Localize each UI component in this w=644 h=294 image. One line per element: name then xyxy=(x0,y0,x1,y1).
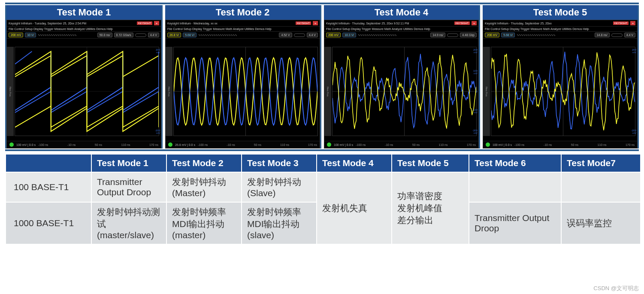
ch1-pill[interactable]: 200 mV xyxy=(9,33,23,37)
ch2-pill[interactable]: 10 V/ xyxy=(25,33,36,37)
scope-col-3: Test Mode 4 Keysight Infiniium · Thursda… xyxy=(324,5,480,149)
scope-col-1: Test Mode 1 Keysight Infiniium · Tuesday… xyxy=(5,5,163,149)
run-indicator-icon xyxy=(486,142,490,147)
watermark: CSDN @文可明志 xyxy=(593,285,639,292)
os-toolbar-3: 200 mV 10.3 V/ ∿∿∿∿∿∿∿∿∿∿∿∿∿∿∿∿∿∿ 14.9 n… xyxy=(324,32,478,39)
meter-icon xyxy=(447,33,458,37)
close-icon[interactable]: × xyxy=(313,21,318,25)
scope-row: Test Mode 1 Keysight Infiniium · Tuesday… xyxy=(5,3,639,151)
ch1-pill[interactable]: 200 mV xyxy=(485,33,499,37)
plot-area-1 xyxy=(15,47,159,136)
meter-icon xyxy=(611,33,623,37)
meas-pill: 4.4 V xyxy=(307,33,318,37)
os-status-3: 100 mV | 0.0 s-100 ns-10 ns50 ns110 ns17… xyxy=(324,141,478,148)
os-status-1: 100 mV | 0.0 s-100 ns-10 ns50 ns110 ns17… xyxy=(7,141,161,148)
cell-1000-tm7: 误码率监控 xyxy=(561,202,641,244)
brand-badge: KEYSIGHT xyxy=(454,21,470,25)
row-label-1000: 1000 BASE-T1 xyxy=(6,202,91,244)
plot-right-ticks-4: 200 mV-200 mV xyxy=(629,48,636,134)
cell-100-tm2: 发射时钟抖动(Master) xyxy=(166,172,242,202)
meas-pill: 4.48 Gbp xyxy=(460,33,477,37)
os-menubar[interactable]: File Control Setup Display Trigger Measu… xyxy=(324,27,478,32)
status-text: 26.8 mV | 0.0 s xyxy=(175,143,195,146)
plot-area-3 xyxy=(332,47,477,136)
th-tm2: Test Mode 2 xyxy=(166,154,242,172)
brand-badge: KEYSIGHT xyxy=(137,21,152,25)
scope-col-4: Test Mode 5 Keysight Infiniium · Thursda… xyxy=(483,5,639,149)
cell-merged-tm5: 功率谱密度 发射机峰值 差分输出 xyxy=(392,172,469,244)
th-tm7: Test Mode7 xyxy=(561,154,641,172)
status-text: 100 mV | 0.0 s xyxy=(493,143,512,146)
os-title-text: Keysight Infiniium · Thursday, September… xyxy=(326,22,409,25)
cell-1000-tm2: 发射时钟频率 MDI输出抖动(master) xyxy=(166,202,242,244)
os-title-text: Keysight Infiniium · Wednesday, xx xx xyxy=(167,22,218,25)
plot-left-tab: Res Pos xyxy=(7,47,14,136)
table-row-100baset1: 100 BASE-T1 Transmitter Output Droop 发射时… xyxy=(6,172,641,202)
close-icon[interactable]: × xyxy=(154,21,159,25)
scope-header-2: Test Mode 2 xyxy=(165,5,320,20)
scope-body-1: Keysight Infiniium · Tuesday, September … xyxy=(6,20,161,149)
cell-1000-tm3: 发射时钟频率 MDI输出抖动(slave) xyxy=(242,202,317,244)
timebase-pill[interactable]: 14.8 ns/ xyxy=(595,33,610,37)
os-titlebar-4: Keysight Infiniium · Thursday, September… xyxy=(483,20,637,27)
table-header-row: Test Mode 1 Test Mode 2 Test Mode 3 Test… xyxy=(6,154,641,172)
th-blank xyxy=(6,154,91,172)
os-menubar[interactable]: File Control Setup Display Trigger Measu… xyxy=(7,27,161,32)
plot-left-tab: Res Pos xyxy=(166,47,172,136)
close-icon[interactable]: × xyxy=(472,21,477,25)
cell-1000-tm1: 发射时钟抖动测试(master/slave) xyxy=(91,202,166,244)
plot-right-ticks-3: 200 mV100 mV0-100 mV-200 mV xyxy=(470,48,478,134)
plot-area-2 xyxy=(173,47,318,136)
plot-area-4 xyxy=(491,47,635,136)
ch2-pill[interactable]: 10.3 V/ xyxy=(342,33,356,37)
run-indicator-icon xyxy=(168,142,172,147)
os-toolbar-4: 200 mV 5.68 V/ ∿∿∿∿∿∿∿∿∿∿∿∿∿∿∿∿∿∿ 14.8 n… xyxy=(483,32,637,39)
ch1-pill[interactable]: 200 mV xyxy=(326,33,341,37)
timebase-pill[interactable]: 14.9 ns/ xyxy=(430,33,445,37)
th-tm5: Test Mode 5 xyxy=(392,154,469,172)
close-icon[interactable]: × xyxy=(630,21,635,25)
wave-icon: ∿∿∿∿∿∿∿∿∿∿∿∿∿∿∿∿∿∿ xyxy=(517,33,555,37)
meas-pill: 4.4 V xyxy=(148,33,159,37)
row-label-100: 100 BASE-T1 xyxy=(6,172,91,202)
os-toolbar-2: 26.8 V/ 5.68 V/ ∿∿∿∿∿∿∿∿∿∿∿∿∿∿∿∿∿∿ 4.52 … xyxy=(166,32,320,39)
os-title-text: Keysight Infiniium · Tuesday, September … xyxy=(9,22,86,25)
plot-right-ticks-1: 200 mV-200 mV xyxy=(152,48,160,134)
scope-body-3: Keysight Infiniium · Thursday, September… xyxy=(324,20,479,149)
cell-100-tm1: Transmitter Output Droop xyxy=(91,172,166,202)
rate-pill: 0.72 GSa/s xyxy=(114,33,133,37)
meter-icon xyxy=(135,33,146,37)
ch2-pill[interactable]: 5.68 V/ xyxy=(183,33,197,37)
brand-badge: KEYSIGHT xyxy=(613,21,629,25)
meter-icon xyxy=(294,33,305,37)
th-tm4: Test Mode 4 xyxy=(317,154,392,172)
os-toolbar-1: 200 mV 10 V/ ∿∿∿∿∿∿∿∿∿∿∿∿∿∿∿∿∿∿ 50.0 ns/… xyxy=(7,32,161,39)
plot-left-tab: Res Pos xyxy=(483,47,490,136)
ch1-pill[interactable]: 26.8 V/ xyxy=(167,33,181,37)
os-titlebar-1: Keysight Infiniium · Tuesday, September … xyxy=(7,20,161,27)
ch2-pill[interactable]: 5.68 V/ xyxy=(501,33,515,37)
cell-merged-tm4: 发射机失真 xyxy=(317,172,392,244)
os-titlebar-2: Keysight Infiniium · Wednesday, xx xxKEY… xyxy=(166,20,320,27)
plot-left-tab: Res Pos xyxy=(324,47,331,136)
wave-icon: ∿∿∿∿∿∿∿∿∿∿∿∿∿∿∿∿∿∿ xyxy=(38,33,76,37)
th-tm1: Test Mode 1 xyxy=(91,154,166,172)
th-tm3: Test Mode 3 xyxy=(242,154,317,172)
comparison-table-wrap: Test Mode 1 Test Mode 2 Test Mode 3 Test… xyxy=(5,154,639,245)
os-menubar[interactable]: File Control Setup Display Trigger Measu… xyxy=(166,27,320,32)
scope-header-3: Test Mode 4 xyxy=(324,5,479,20)
scope-body-4: Keysight Infiniium · Thursday, September… xyxy=(483,20,638,149)
scope-header-4: Test Mode 5 xyxy=(483,5,638,20)
cell-1000-tm6: Transmitter Output Droop xyxy=(469,202,561,244)
run-indicator-icon xyxy=(327,142,331,147)
os-status-4: 100 mV | 0.0 s-100 ns-10 ns50 ns110 ns17… xyxy=(483,141,637,148)
comparison-table: Test Mode 1 Test Mode 2 Test Mode 3 Test… xyxy=(5,154,641,245)
brand-badge: KEYSIGHT xyxy=(296,21,311,25)
scope-body-2: Keysight Infiniium · Wednesday, xx xxKEY… xyxy=(165,20,320,149)
os-titlebar-3: Keysight Infiniium · Thursday, September… xyxy=(324,20,478,27)
os-menubar[interactable]: File Control Setup Display Trigger Measu… xyxy=(483,27,637,32)
status-text: 100 mV | 0.0 s xyxy=(334,143,353,146)
th-tm6: Test Mode 6 xyxy=(469,154,561,172)
timebase-pill[interactable]: 50.0 ns/ xyxy=(97,33,112,37)
wave-icon: ∿∿∿∿∿∿∿∿∿∿∿∿∿∿∿∿∿∿ xyxy=(198,33,237,37)
